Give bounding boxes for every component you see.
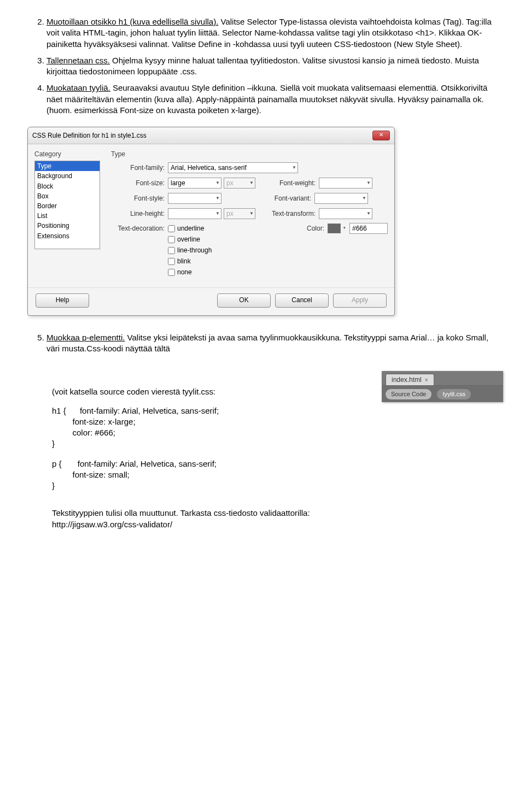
step-4-body: Seuraavaksi avautuu Style definition –ik… — [46, 83, 487, 115]
category-item-box[interactable]: Box — [35, 191, 100, 201]
text-transform-combo[interactable]: ▼ — [319, 208, 372, 219]
decoration-line-through[interactable]: line-through — [168, 245, 212, 256]
footer-text: Tekstityyppien tulisi olla muuttunut. Ta… — [22, 508, 503, 530]
font-style-label: Font-style: — [111, 194, 168, 203]
chevron-down-icon: ▼ — [292, 165, 296, 171]
font-weight-combo[interactable]: ▼ — [319, 178, 372, 189]
line-height-combo[interactable]: ▼ — [168, 208, 221, 219]
step-4: Muokataan tyyliä. Seuraavaksi avautuu St… — [46, 83, 503, 116]
instruction-list: Muotoillaan otsikko h1 (kuva edellisellä… — [22, 16, 503, 116]
tyylit-css-pill[interactable]: tyylit.css — [437, 389, 471, 399]
step-4-title: Muokataan tyyliä. — [46, 83, 110, 92]
decoration-blink[interactable]: blink — [168, 256, 212, 267]
close-icon[interactable]: × — [425, 377, 428, 383]
type-section-label: Type — [111, 150, 388, 158]
line-height-label: Line-height: — [111, 209, 168, 218]
font-variant-combo[interactable]: ▼ — [314, 193, 368, 204]
close-button[interactable]: ✕ — [372, 131, 390, 140]
css-code-h1: h1 { font-family: Arial, Helvetica, sans… — [52, 405, 503, 450]
source-code-pill[interactable]: Source Code — [386, 389, 431, 399]
chevron-down-icon: ▼ — [366, 211, 371, 217]
font-size-label: Font-size: — [111, 179, 168, 187]
ok-button[interactable]: OK — [217, 293, 271, 308]
chevron-down-icon: ▼ — [366, 180, 371, 186]
step-5-title: Muokkaa p-elementti. — [46, 333, 125, 342]
category-item-border[interactable]: Border — [35, 201, 100, 211]
category-item-block[interactable]: Block — [35, 181, 100, 191]
category-item-positioning[interactable]: Positioning — [35, 221, 100, 231]
chevron-down-icon: ▼ — [215, 196, 220, 202]
chevron-down-icon: ▼ — [362, 196, 366, 202]
font-size-combo[interactable]: large▼ — [168, 178, 221, 189]
chevron-down-icon: ▼ — [215, 211, 220, 217]
color-label: Color: — [297, 224, 328, 233]
step-3: Tallennetaan css. Ohjelma kysyy minne ha… — [46, 55, 503, 78]
text-transform-label: Text-transform: — [269, 209, 319, 218]
font-style-combo[interactable]: ▼ — [168, 193, 221, 204]
chevron-down-icon: ▼ — [249, 180, 254, 186]
category-item-background[interactable]: Background — [35, 171, 100, 181]
dialog-title: CSS Rule Definition for h1 in style1.css — [32, 131, 147, 140]
step-5: Muokkaa p-elementti. Valitse yksi leipät… — [46, 332, 503, 355]
color-field[interactable]: #666 — [349, 223, 388, 234]
help-button[interactable]: Help — [36, 293, 89, 308]
step-2: Muotoillaan otsikko h1 (kuva edellisellä… — [46, 16, 503, 50]
category-item-type[interactable]: Type — [35, 161, 100, 171]
font-size-unit-combo[interactable]: px▼ — [224, 178, 255, 189]
source-hint: (voit katsella source coden vierestä tyy… — [52, 387, 215, 396]
category-label: Category — [34, 150, 100, 158]
step-3-body: Ohjelma kysyy minne haluat tallentaa tyy… — [46, 56, 479, 76]
category-item-extensions[interactable]: Extensions — [35, 231, 100, 241]
color-swatch[interactable] — [328, 223, 341, 233]
font-family-label: Font-family: — [111, 163, 168, 172]
tab-index-html[interactable]: index.html× — [386, 374, 434, 385]
font-weight-label: Font-weight: — [269, 179, 319, 187]
font-variant-label: Font-variant: — [264, 194, 314, 203]
category-list[interactable]: Type Background Block Box Border List Po… — [34, 161, 100, 249]
decoration-underline[interactable]: underline — [168, 223, 212, 234]
category-item-list[interactable]: List — [35, 211, 100, 221]
instruction-list-2: Muokkaa p-elementti. Valitse yksi leipät… — [22, 332, 503, 355]
line-height-unit-combo[interactable]: px▼ — [224, 208, 255, 219]
css-code-p: p { font-family: Arial, Helvetica, sans-… — [52, 458, 503, 492]
dialog-titlebar: CSS Rule Definition for h1 in style1.css… — [28, 127, 394, 144]
text-decoration-label: Text-decoration: — [111, 223, 168, 233]
decoration-none[interactable]: none — [168, 267, 212, 278]
cancel-button[interactable]: Cancel — [275, 293, 329, 308]
step-3-title: Tallennetaan css. — [46, 56, 110, 65]
editor-tab-panel: index.html× Source Code tyylit.css — [382, 371, 503, 402]
font-family-combo[interactable]: Arial, Helvetica, sans-serif▼ — [168, 162, 298, 173]
step-2-title: Muotoillaan otsikko h1 (kuva edellisellä… — [46, 17, 218, 26]
apply-button[interactable]: Apply — [333, 293, 387, 308]
chevron-down-icon: ▼ — [215, 180, 220, 186]
decoration-overline[interactable]: overline — [168, 234, 212, 245]
css-rule-dialog: CSS Rule Definition for h1 in style1.css… — [27, 127, 395, 316]
chevron-down-icon: ▼ — [249, 211, 254, 217]
